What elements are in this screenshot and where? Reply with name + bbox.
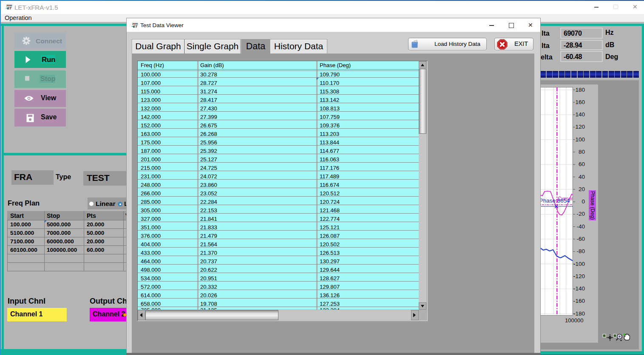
svg-text:ET: ET	[133, 25, 138, 28]
svg-text:ET: ET	[7, 6, 12, 10]
